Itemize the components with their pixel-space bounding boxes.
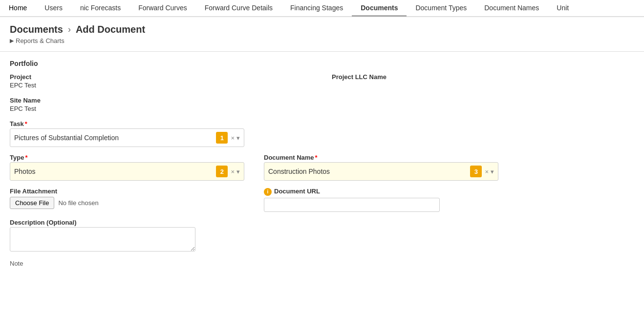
- notes-label: Note: [10, 260, 634, 267]
- form-area: Portfolio Project EPC Test Project LLC N…: [0, 60, 644, 267]
- site-name-label: Site Name: [10, 97, 312, 104]
- doc-name-badge: 3: [470, 166, 482, 177]
- type-value: Photos: [14, 168, 212, 175]
- nav-item-forward-curve-details[interactable]: Forward Curve Details: [196, 0, 281, 17]
- info-icon: i: [264, 188, 272, 196]
- doc-name-select-controls: × ▾: [485, 168, 494, 175]
- page-header: Documents › Add Document: [0, 17, 644, 37]
- section-portfolio: Portfolio: [10, 60, 634, 67]
- col-type: Type* Photos 2 × ▾: [10, 154, 244, 181]
- row-task: Task* Pictures of Substantial Completion…: [10, 120, 634, 147]
- task-select[interactable]: Pictures of Substantial Completion 1 × ▾: [10, 128, 244, 147]
- task-chevron-icon[interactable]: ▾: [236, 134, 240, 142]
- breadcrumb-arrow: ›: [68, 24, 71, 35]
- task-required: *: [25, 120, 27, 127]
- nav-item-document-names[interactable]: Document Names: [475, 0, 548, 17]
- col-site-empty: [332, 97, 634, 113]
- row-project: Project EPC Test Project LLC Name: [10, 73, 634, 90]
- sub-breadcrumb: ▶ Reports & Charts: [0, 37, 644, 51]
- type-required: *: [25, 154, 27, 161]
- task-label: Task*: [10, 120, 244, 127]
- nav-bar: Home Users nic Forecasts Forward Curves …: [0, 0, 644, 17]
- doc-name-clear-icon[interactable]: ×: [485, 168, 489, 175]
- divider: [0, 51, 644, 52]
- type-label: Type*: [10, 154, 244, 161]
- doc-name-value: Construction Photos: [268, 168, 466, 175]
- project-value: EPC Test: [10, 82, 312, 89]
- no-file-text: No file chosen: [58, 199, 98, 207]
- project-label: Project: [10, 73, 312, 81]
- task-badge: 1: [216, 132, 228, 144]
- project-llc-label: Project LLC Name: [332, 73, 634, 81]
- doc-url-input[interactable]: [264, 198, 440, 212]
- type-select-controls: × ▾: [231, 168, 240, 175]
- doc-name-select[interactable]: Construction Photos 3 × ▾: [264, 162, 498, 181]
- url-label-row: i Document URL: [264, 188, 498, 196]
- task-select-controls: × ▾: [231, 134, 240, 142]
- file-input-row: Choose File No file chosen: [10, 197, 244, 209]
- task-clear-icon[interactable]: ×: [231, 134, 235, 142]
- nav-item-documents[interactable]: Documents: [352, 0, 407, 17]
- doc-name-required: *: [315, 154, 318, 161]
- type-chevron-icon[interactable]: ▾: [236, 168, 240, 175]
- doc-name-label: Document Name*: [264, 154, 498, 161]
- col-task-empty: [264, 120, 634, 147]
- col-url: i Document URL: [264, 188, 498, 212]
- desc-textarea[interactable]: [10, 227, 195, 252]
- file-attachment-label: File Attachment: [10, 188, 244, 195]
- task-value: Pictures of Substantial Completion: [14, 134, 212, 142]
- breadcrumb-current: Add Document: [76, 24, 145, 35]
- col-project: Project EPC Test: [10, 73, 312, 90]
- type-select[interactable]: Photos 2 × ▾: [10, 162, 244, 181]
- sub-breadcrumb-label: Reports & Charts: [16, 37, 64, 44]
- row-file-url: File Attachment Choose File No file chos…: [10, 188, 634, 212]
- col-site: Site Name EPC Test: [10, 97, 312, 113]
- nav-item-economic-forecasts[interactable]: nic Forecasts: [71, 0, 129, 17]
- col-project-llc: Project LLC Name: [332, 73, 634, 90]
- row-site: Site Name EPC Test: [10, 97, 634, 113]
- doc-url-label: Document URL: [274, 188, 320, 195]
- breadcrumb-parent[interactable]: Documents: [10, 24, 63, 35]
- site-name-value: EPC Test: [10, 105, 312, 112]
- desc-section: Description (Optional): [10, 219, 634, 253]
- nav-item-document-types[interactable]: Document Types: [407, 0, 475, 17]
- nav-item-financing-stages[interactable]: Financing Stages: [281, 0, 352, 17]
- row-type-docname: Type* Photos 2 × ▾ Document Name* Constr…: [10, 154, 634, 181]
- col-task: Task* Pictures of Substantial Completion…: [10, 120, 244, 147]
- sub-breadcrumb-triangle: ▶: [10, 38, 14, 44]
- desc-label: Description (Optional): [10, 219, 634, 226]
- nav-item-home[interactable]: Home: [0, 0, 36, 17]
- type-badge: 2: [216, 166, 228, 177]
- col-doc-name: Document Name* Construction Photos 3 × ▾: [264, 154, 498, 181]
- choose-file-button[interactable]: Choose File: [10, 197, 54, 209]
- type-clear-icon[interactable]: ×: [231, 168, 235, 175]
- nav-item-unit[interactable]: Unit: [548, 0, 578, 17]
- doc-name-chevron-icon[interactable]: ▾: [491, 168, 494, 175]
- col-file: File Attachment Choose File No file chos…: [10, 188, 244, 212]
- nav-item-forward-curves[interactable]: Forward Curves: [129, 0, 196, 17]
- nav-item-users[interactable]: Users: [36, 0, 71, 17]
